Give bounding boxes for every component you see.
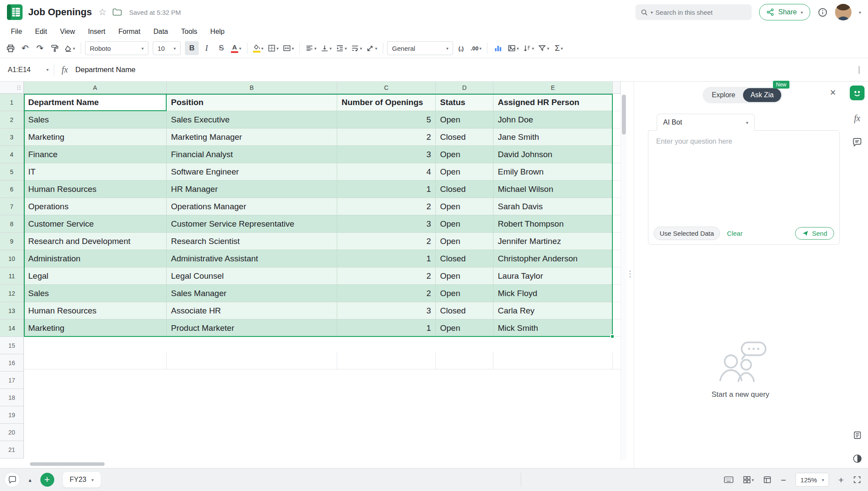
cell-E21[interactable] xyxy=(493,352,613,369)
cell-B8[interactable]: Customer Service Representative xyxy=(167,215,337,233)
row-header-19[interactable]: 19 xyxy=(0,406,24,424)
cell-C1[interactable]: Number of Openings xyxy=(337,94,436,111)
cell-A5[interactable]: IT xyxy=(24,163,167,181)
cell-A11[interactable]: Legal xyxy=(24,267,167,285)
number-format-select[interactable]: General▾ xyxy=(387,41,453,55)
cell-B1[interactable]: Position xyxy=(167,94,337,111)
sheet-search[interactable]: ▾ xyxy=(635,4,752,20)
cell-E3[interactable]: Jane Smith xyxy=(493,129,613,146)
italic-button[interactable]: I xyxy=(200,41,214,55)
undo-button[interactable]: ↶ xyxy=(18,41,32,55)
sort-button[interactable]: ▾ xyxy=(521,41,536,55)
cell-C14[interactable]: 1 xyxy=(337,320,436,337)
col-header-partial[interactable] xyxy=(613,82,621,94)
cell-A12[interactable]: Sales xyxy=(24,285,167,302)
cell-A7[interactable]: Operations xyxy=(24,198,167,215)
cell-C6[interactable]: 1 xyxy=(337,181,436,198)
text-color-button[interactable]: A▾ xyxy=(229,41,243,55)
print-button[interactable] xyxy=(3,41,17,55)
info-icon[interactable] xyxy=(818,7,828,17)
cell-A8[interactable]: Customer Service xyxy=(24,215,167,233)
tab-explore[interactable]: Explore xyxy=(704,88,743,102)
appearance-toggle-icon[interactable] xyxy=(849,451,865,466)
cell-E11[interactable]: Laura Taylor xyxy=(493,267,613,285)
col-header-D[interactable]: D xyxy=(436,82,493,94)
row-header-2[interactable]: 2 xyxy=(0,111,24,129)
filter-button[interactable]: ▾ xyxy=(536,41,551,55)
menu-format[interactable]: Format xyxy=(112,28,147,36)
row-header-20[interactable]: 20 xyxy=(0,424,24,441)
row-header-4[interactable]: 4 xyxy=(0,146,24,163)
row-header-11[interactable]: 11 xyxy=(0,267,24,285)
cell-A9[interactable]: Research and Development xyxy=(24,233,167,250)
cell-C12[interactable]: 2 xyxy=(337,285,436,302)
cell-B9[interactable]: Research Scientist xyxy=(167,233,337,250)
cell-C5[interactable]: 4 xyxy=(337,163,436,181)
zoom-level-select[interactable]: 125% ▾ xyxy=(796,473,829,487)
cell-D13[interactable]: Closed xyxy=(436,302,493,320)
send-button[interactable]: Send xyxy=(795,227,834,240)
bold-button[interactable]: B xyxy=(185,41,199,55)
cell-B21[interactable] xyxy=(167,352,337,369)
col-header-B[interactable]: B xyxy=(167,82,337,94)
cell-C8[interactable]: 3 xyxy=(337,215,436,233)
cell-D11[interactable]: Open xyxy=(436,267,493,285)
cell-B14[interactable]: Product Marketer xyxy=(167,320,337,337)
expand-formula-bar-button[interactable] xyxy=(859,66,868,74)
share-button[interactable]: Share ▾ xyxy=(759,4,810,20)
cell-C21[interactable] xyxy=(337,352,436,369)
functions-sidebar-icon[interactable]: fx xyxy=(849,110,865,126)
freeze-panes-icon[interactable] xyxy=(763,476,771,484)
document-title[interactable]: Job Openings xyxy=(28,7,92,18)
cell-E13[interactable]: Carla Rey xyxy=(493,302,613,320)
cell-E4[interactable]: David Johnson xyxy=(493,146,613,163)
row-header-12[interactable]: 12 xyxy=(0,285,24,302)
cell-C4[interactable]: 3 xyxy=(337,146,436,163)
fullscreen-icon[interactable] xyxy=(853,476,861,484)
cell-D4[interactable]: Open xyxy=(436,146,493,163)
cell-B5[interactable]: Software Engineer xyxy=(167,163,337,181)
cell-B12[interactable]: Sales Manager xyxy=(167,285,337,302)
row-header-8[interactable]: 8 xyxy=(0,215,24,233)
cell-D1[interactable]: Status xyxy=(436,94,493,111)
vertical-align-button[interactable]: ▾ xyxy=(319,41,333,55)
cell-B2[interactable]: Sales Executive xyxy=(167,111,337,129)
cell-D9[interactable]: Open xyxy=(436,233,493,250)
cell-E5[interactable]: Emily Brown xyxy=(493,163,613,181)
cell-C9[interactable]: 2 xyxy=(337,233,436,250)
menu-edit[interactable]: Edit xyxy=(29,28,54,36)
tab-ask-zia[interactable]: Ask Zia xyxy=(743,88,781,102)
cell-E2[interactable]: John Doe xyxy=(493,111,613,129)
sheet-tab-fy23[interactable]: FY23 ▾ xyxy=(63,472,101,488)
menu-help[interactable]: Help xyxy=(204,28,231,36)
menu-tools[interactable]: Tools xyxy=(174,28,204,36)
redo-button[interactable]: ↷ xyxy=(33,41,47,55)
favorite-star-icon[interactable]: ☆ xyxy=(99,7,107,17)
cell-E14[interactable]: Mick Smith xyxy=(493,320,613,337)
app-logo-icon[interactable] xyxy=(7,4,23,20)
collapse-sheetbar-button[interactable]: ▴ xyxy=(29,477,32,483)
insert-image-button[interactable]: ▾ xyxy=(506,41,520,55)
cell-A1[interactable]: Department Name xyxy=(24,94,167,111)
cell-A13[interactable]: Human Resources xyxy=(24,302,167,320)
row-header-18[interactable]: 18 xyxy=(0,389,24,406)
cell-A6[interactable]: Human Resources xyxy=(24,181,167,198)
menu-view[interactable]: View xyxy=(53,28,81,36)
keyboard-icon[interactable] xyxy=(724,476,733,483)
cell-E1[interactable]: Assigned HR Person xyxy=(493,94,613,111)
cell-E7[interactable]: Sarah Davis xyxy=(493,198,613,215)
discuss-button[interactable] xyxy=(4,472,20,488)
cell-C13[interactable]: 3 xyxy=(337,302,436,320)
row-header-3[interactable]: 3 xyxy=(0,129,24,146)
cell-D14[interactable]: Open xyxy=(436,320,493,337)
row-header-1[interactable]: 1 xyxy=(0,94,24,111)
cell-D5[interactable]: Open xyxy=(436,163,493,181)
cell-B4[interactable]: Financial Analyst xyxy=(167,146,337,163)
row-header-21[interactable]: 21 xyxy=(0,441,24,458)
cell-B7[interactable]: Operations Manager xyxy=(167,198,337,215)
horizontal-scrollbar-thumb[interactable] xyxy=(30,462,105,466)
panel-resize-handle[interactable]: ⋮ xyxy=(627,260,634,287)
folder-icon[interactable] xyxy=(112,8,122,16)
cell-D12[interactable]: Open xyxy=(436,285,493,302)
user-avatar[interactable] xyxy=(835,4,852,20)
